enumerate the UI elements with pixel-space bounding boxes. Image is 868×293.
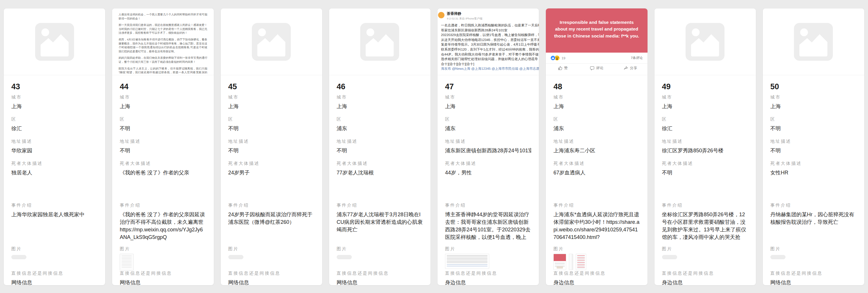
field-label-image: 图片 [662,246,748,252]
field-value-district: 浦东 [445,125,531,132]
field-value-event: 丹纳赫集团的某Hr，因心脏猝死没有核酸报告耽误治疗，导致死亡 [770,211,857,226]
attachment-thumbnail[interactable] [445,254,531,271]
field-value-event: 上海华欣家园独居老人饿死家中 [11,211,98,218]
field-value-deceased: 44岁，男性 [445,169,531,176]
field-label-direct: 直接信息还是间接信息 [770,271,857,276]
field-value-direct: 网络信息 [120,279,206,286]
field-value-city: 上海 [553,102,640,110]
field-label-address: 地址描述 [337,139,423,144]
field-value-district: 不明 [228,125,315,132]
record-card[interactable]: 49 城市 上海 区 徐汇 地址描述 徐汇区罗秀路850弄26号楼 死者大体描述… [654,8,756,286]
card-cover: Irresponsible and false statements about… [546,8,647,75]
field-label-address: 地址描述 [445,139,531,144]
field-label-address: 地址描述 [120,139,206,144]
attachment-thumbnail[interactable] [770,254,857,271]
weibo-text-line: 联系居委呼叫120，直到下午1点才到，经过40分钟的抢救，我哥的生命 [441,47,539,52]
field-label-district: 区 [337,117,423,122]
weibo-body: 一名志愿者，昨日我投入路浦西核酸检测的队伍，但是累了一天后晚上接哥家住浦东新区唐… [441,23,539,66]
field-label-event: 事件介绍 [120,203,206,208]
field-label-image: 图片 [553,246,640,252]
field-value-district: 不明 [770,125,857,132]
thumbnail-red-post [553,254,566,270]
field-value-deceased: 女性HR [770,169,857,176]
article-paragraph: 妈妈只能四处求助，在我们物业及居委的帮助下得到一张非常宝贵的通行证，整个小区就只… [119,56,207,64]
field-label-deceased: 死者大体描述 [445,161,531,166]
field-value-direct: 身边信息 [662,279,748,286]
field-value-deceased: 不明 [662,169,748,176]
field-label-deceased: 死者大体描述 [228,161,315,166]
thumbnail-pill [337,255,352,259]
field-value-address: 不明 [337,147,423,154]
card-fields: 45 城市 上海 区 不明 地址描述 不明 死者大体描述 24岁男子 事件介绍 … [221,75,322,286]
record-card[interactable]: 50 城市 上海 区 不明 地址描述 不明 死者大体描述 女性HR 事件介绍 丹… [763,8,865,286]
field-label-direct: 直接信息还是间接信息 [337,271,423,276]
image-placeholder-icon [794,23,833,61]
card-fields: 46 城市 上海 区 浦东 地址描述 不明 死者大体描述 77岁老人沈瑞根 事件… [329,75,431,286]
thumbnail-pill [11,255,26,259]
field-label-city: 城市 [770,94,857,100]
weibo-text-line: 20220329去医院采样核酸，以便1号血透，晚上被告知核酸异样，等待转移 [441,33,539,37]
attachment-thumbnail[interactable] [337,254,423,271]
record-card[interactable]: 45 城市 上海 区 不明 地址描述 不明 死者大体描述 24岁男子 事件介绍 … [220,8,322,286]
post-action-label: 评论 [596,66,603,70]
post-action-share: 分享 [614,66,647,70]
record-card[interactable]: 43 城市 上海 区 徐汇 地址描述 华欣家园 死者大体描述 独居老人 事件介绍… [3,8,105,286]
attachment-thumbnail[interactable] [120,254,206,271]
field-label-image: 图片 [11,246,98,252]
card-number: 47 [445,82,531,91]
field-value-event: 坐标徐汇区罗秀路850弄26号楼，12号在小区群里求救需要硝酸甘油，没见到救护车… [662,211,748,241]
card-number: 44 [120,82,206,91]
field-label-event: 事件介绍 [445,203,531,208]
card-fields: 44 城市 上海 区 不明 地址描述 不明 死者大体描述 《我的爸爸 没了》作者… [112,75,214,286]
field-label-district: 区 [662,117,748,122]
record-card[interactable]: 茶香禅静 4-2 02:31 来自 iPhone客户端 一名志愿者，昨日我投入路… [437,8,539,286]
article-paragraph: 医院方也出于人道主义，让妈妈下楼来，但不能穿过隔离线，我们只能“隔线”相望，我们… [119,66,207,75]
attachment-thumbnail[interactable] [228,254,315,271]
field-label-deceased: 死者大体描述 [120,161,206,166]
record-card[interactable]: 人都没有这样的机会，一个病人需要几十个人的同时帮助和关怀才有可能获得一丝的机会！… [112,8,214,286]
weibo-screenshot: 茶香禅静 4-2 02:31 来自 iPhone客户端 一名志愿者，昨日我投入路… [437,8,539,75]
record-card[interactable]: 46 城市 上海 区 浦东 地址描述 不明 死者大体描述 77岁老人沈瑞根 事件… [329,8,431,286]
field-label-district: 区 [445,117,531,122]
article-paragraph: 那一天我觉得我们是幸运的，我还在朋友圈里感谢人民群众！感谢友爱！当时我的小区已被… [119,23,207,35]
attachment-thumbnail[interactable] [11,254,98,271]
image-placeholder-icon [252,23,291,61]
field-value-direct: 网络信息 [770,279,857,286]
post-stats-row: 19 7条评论 [546,53,647,64]
weibo-header: 茶香禅静 4-2 02:31 来自 iPhone客户端 [441,11,539,21]
thumbnail-group [553,254,640,270]
image-placeholder [4,8,105,75]
field-value-address: 徐汇区罗秀路850弄26号楼 [662,147,748,154]
field-label-event: 事件介绍 [337,203,423,208]
field-label-deceased: 死者大体描述 [337,161,423,166]
card-fields: 48 城市 上海 区 浦东 地址描述 上海浦东寿二小区 死者大体描述 67岁血透… [546,75,647,286]
attachment-thumbnail[interactable] [662,254,748,271]
thumbnail-narrow-doc [569,254,573,270]
field-label-district: 区 [553,117,640,122]
field-label-direct: 直接信息还是间接信息 [445,271,531,276]
field-label-direct: 直接信息还是间接信息 [553,271,640,276]
record-card[interactable]: Irresponsible and false statements about… [546,8,648,286]
field-value-direct: 身边信息 [553,279,640,286]
weibo-text-line: 在44岁。我大伯和我大伯母70多岁老来丧子，对于整个事情我不做评价， [441,52,539,57]
field-label-image: 图片 [337,246,423,252]
field-label-direct: 直接信息还是间接信息 [120,271,206,276]
social-post-screenshot: Irresponsible and false statements about… [546,8,647,75]
field-label-image: 图片 [120,246,206,252]
field-value-event: 《我的爸爸 没了》作者的父亲因延误治疗而不得不高位截肢，未久遍离世 https:… [120,211,206,241]
field-label-direct: 直接信息还是间接信息 [11,271,98,276]
field-value-event: 博主茶香禅静44岁的堂哥因延误治疗去世：我哥哥家住浦东新区唐镇创新西路28弄24… [445,211,531,241]
field-value-address: 华欣家园 [11,147,98,154]
card-cover [763,8,864,75]
field-value-city: 上海 [337,102,423,110]
image-placeholder-icon [686,23,724,61]
post-action-like: 赞 [546,66,580,70]
card-cover [4,8,105,75]
field-value-deceased: 独居老人 [11,169,98,176]
post-action-label: 赞 [564,66,568,70]
field-value-district: 徐汇 [662,125,748,132]
weibo-mentions: 海发布 @News上海 @上海12345 @上海市市民信箱 @上海市志愿者协会 [441,66,539,71]
attachment-thumbnail[interactable] [553,254,640,271]
image-placeholder-icon [35,23,74,61]
field-label-direct: 直接信息还是间接信息 [662,271,748,276]
